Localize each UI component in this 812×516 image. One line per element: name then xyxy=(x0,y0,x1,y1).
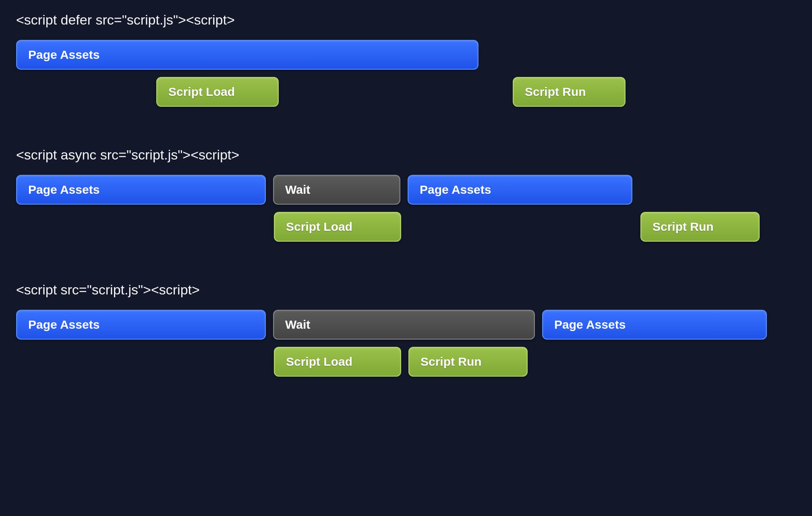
spacer xyxy=(16,77,149,77)
page-assets-block: Page Assets xyxy=(16,175,266,205)
timeline-row: Page AssetsWaitPage Assets xyxy=(16,175,796,205)
section-1: <script async src="script.js"><script>Pa… xyxy=(16,147,796,242)
script-run-block: Script Run xyxy=(513,77,626,107)
timeline-row: Page Assets xyxy=(16,40,796,70)
section-title: <script src="script.js"><script> xyxy=(16,282,796,298)
wait-block: Wait xyxy=(273,175,400,205)
timeline-row: Script LoadScript Run xyxy=(16,347,796,377)
page-assets-block: Page Assets xyxy=(408,175,632,205)
section-2: <script src="script.js"><script>Page Ass… xyxy=(16,282,796,377)
section-title: <script defer src="script.js"><script> xyxy=(16,12,796,28)
page-assets-block: Page Assets xyxy=(16,40,478,70)
section-title: <script async src="script.js"><script> xyxy=(16,147,796,163)
spacer xyxy=(16,212,267,212)
page-assets-block: Page Assets xyxy=(542,310,767,340)
spacer xyxy=(408,212,633,212)
script-load-block: Script Load xyxy=(274,212,401,242)
script-load-block: Script Load xyxy=(156,77,279,107)
script-run-block: Script Run xyxy=(408,347,528,377)
script-loading-diagram: <script defer src="script.js"><script>Pa… xyxy=(16,12,796,377)
section-0: <script defer src="script.js"><script>Pa… xyxy=(16,12,796,107)
script-run-block: Script Run xyxy=(640,212,760,242)
spacer xyxy=(16,347,267,347)
timeline-row: Page AssetsWaitPage Assets xyxy=(16,310,796,340)
timeline-row: Script LoadScript Run xyxy=(16,77,796,107)
script-load-block: Script Load xyxy=(274,347,401,377)
wait-block: Wait xyxy=(273,310,535,340)
page-assets-block: Page Assets xyxy=(16,310,266,340)
timeline-row: Script LoadScript Run xyxy=(16,212,796,242)
spacer xyxy=(286,77,505,77)
